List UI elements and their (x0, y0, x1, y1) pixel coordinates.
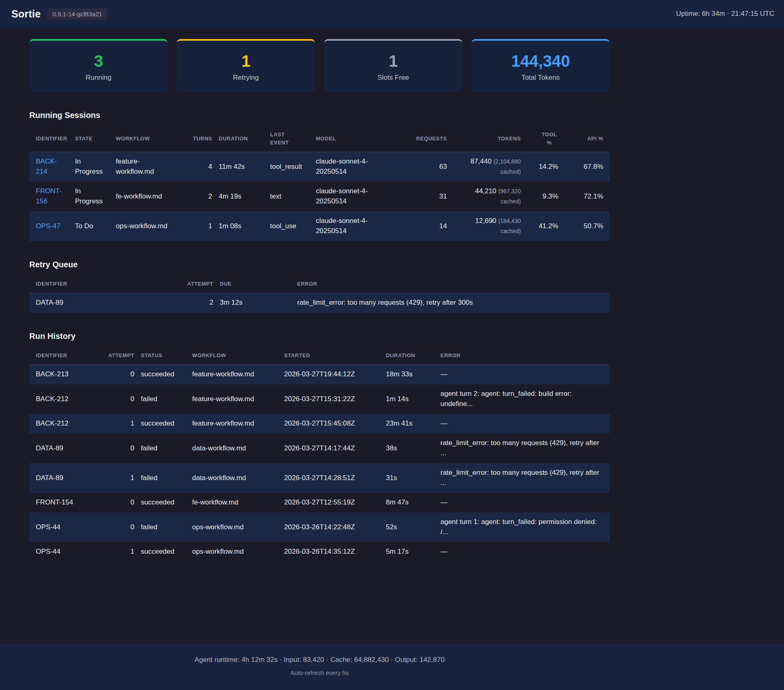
history-duration: 18m 33s (383, 365, 437, 384)
retry-queue-row: DATA-89 2 3m 12s rate_limit_error: too m… (29, 293, 610, 313)
retry-queue-table: IDENTIFIER ATTEMPT DUE ERROR DATA-89 2 3… (29, 275, 610, 313)
session-tool-pct: 9.3% (524, 182, 561, 212)
history-duration: 8m 47s (383, 493, 437, 513)
top-bar: Sortie 0.9.1-14-gcf83a21 Uptime: 6h 34m … (0, 0, 784, 28)
session-api-pct: 50.7% (562, 212, 610, 241)
stat-cards: 3 Running 1 Retrying 1 Slots Free 144,34… (29, 39, 610, 92)
run-history-table: IDENTIFIER ATTEMPT STATUS WORKFLOW START… (29, 347, 610, 562)
session-tokens: 87,440 (2,104,880 cached) (450, 152, 524, 182)
session-state: In Progress (72, 152, 112, 182)
history-duration: 5m 17s (383, 542, 437, 562)
history-duration: 23m 41s (383, 414, 437, 434)
stat-label-retrying: Retrying (233, 74, 258, 82)
session-tokens-cached: (967,320 cached) (498, 188, 521, 205)
history-identifier: BACK-212 (29, 414, 101, 434)
history-workflow: ops-workflow.md (189, 513, 281, 542)
session-model: claude-sonnet-4-20250514 (313, 152, 400, 182)
history-error: agent turn 1: agent: turn_failed: permis… (437, 513, 610, 542)
history-workflow: ops-workflow.md (189, 542, 281, 562)
history-status: succeeded (138, 414, 189, 434)
session-turns: 2 (180, 182, 215, 212)
col-error: ERROR (437, 347, 610, 365)
footer-refresh-note: Auto-refresh every 5s (29, 669, 610, 676)
session-state: In Progress (72, 182, 112, 212)
col-model: MODEL (313, 126, 400, 152)
footer-runtime-stats: Agent runtime: 4h 12m 32s · Input: 83,42… (29, 644, 610, 664)
app-title: Sortie (11, 8, 41, 20)
col-state: STATE (72, 126, 112, 152)
run-history-row: OPS-44 1 succeeded ops-workflow.md 2026-… (29, 542, 610, 562)
session-turns: 4 (180, 152, 215, 182)
history-error: — (437, 493, 610, 513)
retry-queue-title: Retry Queue (29, 260, 610, 269)
history-attempt: 0 (101, 384, 138, 414)
history-workflow: fe-workflow.md (189, 493, 281, 513)
session-workflow: feature-workflow.md (113, 152, 180, 182)
session-duration: 4m 19s (215, 182, 267, 212)
session-state: To Do (72, 212, 112, 241)
col-due: DUE (217, 275, 294, 293)
retry-identifier: DATA-89 (29, 293, 176, 313)
stat-card-slots-free: 1 Slots Free (324, 39, 462, 92)
session-workflow: ops-workflow.md (113, 212, 180, 241)
session-requests: 14 (400, 212, 450, 241)
session-tokens-cached: (2,104,880 cached) (493, 158, 521, 175)
session-identifier-link[interactable]: BACK-214 (29, 152, 72, 182)
col-api-pct: API % (562, 126, 610, 152)
history-identifier: OPS-44 (29, 513, 101, 542)
history-attempt: 0 (101, 493, 138, 513)
history-status: failed (138, 434, 189, 463)
version-badge: 0.9.1-14-gcf83a21 (47, 9, 107, 20)
session-identifier-link[interactable]: OPS-47 (29, 212, 72, 241)
session-last-event: tool_result (267, 152, 313, 182)
col-duration: DURATION (383, 347, 437, 365)
running-sessions-table: IDENTIFIER STATE WORKFLOW TURNS DURATION… (29, 126, 610, 241)
stat-label-total-tokens: Total Tokens (521, 74, 560, 82)
col-last-event: LAST EVENT (267, 126, 313, 152)
col-workflow: WORKFLOW (113, 126, 180, 152)
col-attempt: ATTEMPT (176, 275, 217, 293)
run-history-row: DATA-89 1 failed data-workflow.md 2026-0… (29, 463, 610, 493)
history-identifier: FRONT-154 (29, 493, 101, 513)
retry-attempt: 2 (176, 293, 217, 313)
col-identifier: IDENTIFIER (29, 126, 72, 152)
history-duration: 52s (383, 513, 437, 542)
session-tool-pct: 14.2% (524, 152, 561, 182)
col-identifier: IDENTIFIER (29, 347, 101, 365)
session-last-event: tool_use (267, 212, 313, 241)
history-attempt: 1 (101, 463, 138, 493)
history-workflow: data-workflow.md (189, 463, 281, 493)
history-status: succeeded (138, 493, 189, 513)
stat-value-retrying: 1 (241, 52, 250, 70)
history-status: failed (138, 513, 189, 542)
run-history-row: BACK-212 0 failed feature-workflow.md 20… (29, 384, 610, 414)
history-started: 2026-03-26T14:22:48Z (281, 513, 383, 542)
col-tokens: TOKENS (450, 126, 524, 152)
stat-value-running: 3 (94, 52, 103, 70)
session-model: claude-sonnet-4-20250514 (313, 212, 400, 241)
history-started: 2026-03-27T14:28:51Z (281, 463, 383, 493)
session-requests: 31 (400, 182, 450, 212)
history-duration: 1m 14s (383, 384, 437, 414)
history-attempt: 1 (101, 542, 138, 562)
col-requests: REQUESTS (400, 126, 450, 152)
run-history-row: OPS-44 0 failed ops-workflow.md 2026-03-… (29, 513, 610, 542)
history-started: 2026-03-27T15:31:22Z (281, 384, 383, 414)
col-started: STARTED (281, 347, 383, 365)
footer: Agent runtime: 4h 12m 32s · Input: 83,42… (0, 644, 784, 690)
run-history-row: BACK-212 1 succeeded feature-workflow.md… (29, 414, 610, 434)
col-tool-pct: TOOL % (524, 126, 561, 152)
session-identifier-link[interactable]: FRONT-156 (29, 182, 72, 212)
history-identifier: DATA-89 (29, 463, 101, 493)
session-tokens: 44,210 (967,320 cached) (450, 182, 524, 212)
history-error: agent turn 2: agent: turn_failed: build … (437, 384, 610, 414)
run-history-title: Run History (29, 332, 610, 341)
stat-value-slots-free: 1 (389, 52, 398, 70)
history-started: 2026-03-27T19:44:12Z (281, 365, 383, 384)
history-identifier: OPS-44 (29, 542, 101, 562)
history-workflow: feature-workflow.md (189, 365, 281, 384)
history-attempt: 0 (101, 434, 138, 463)
stat-card-retrying: 1 Retrying (177, 39, 315, 92)
history-error: rate_limit_error: too many requests (429… (437, 463, 610, 493)
session-model: claude-sonnet-4-20250514 (313, 182, 400, 212)
